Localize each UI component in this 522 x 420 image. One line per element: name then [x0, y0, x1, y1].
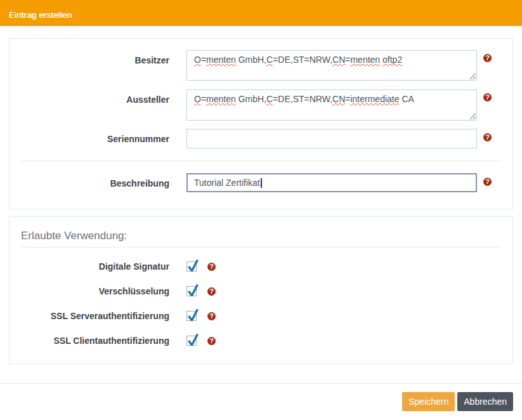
checkmark-icon: [187, 308, 199, 321]
beschreibung-help-icon[interactable]: ?: [483, 178, 492, 186]
ssl-server-checkbox[interactable]: [186, 311, 197, 321]
resize-handle-icon[interactable]: [469, 113, 476, 120]
resize-handle-icon[interactable]: [469, 73, 476, 80]
misspelled-word: menten: [350, 55, 380, 65]
besitzer-textarea[interactable]: O=menten GmbH,C=DE,ST=NRW,CN=menten oftp…: [186, 50, 477, 81]
text-caret: [261, 178, 262, 188]
verschluesselung-label: Verschlüsselung: [21, 284, 169, 299]
text-segment: GmbH,: [236, 55, 266, 65]
footer-divider: [0, 383, 522, 384]
form-row-aussteller: Aussteller O=menten GmbH,C=DE,ST=NRW,CN=…: [21, 89, 501, 121]
verschluesselung-checkbox[interactable]: [186, 286, 197, 296]
digitale-signatur-help-icon[interactable]: ?: [207, 263, 216, 271]
text-segment: =DE,ST=NRW,: [273, 55, 332, 65]
check-row-ssl-server: SSL Serverauthentifizierung ?: [21, 308, 501, 324]
page-title: Eintrag erstellen: [9, 11, 72, 20]
aussteller-help-icon[interactable]: ?: [483, 93, 492, 102]
page-header: Eintrag erstellen: [0, 0, 522, 26]
checkmark-icon: [187, 284, 199, 296]
ssl-client-checkbox[interactable]: [186, 336, 197, 346]
misspelled-word: menten: [206, 94, 236, 104]
seriennummer-help-icon[interactable]: ?: [483, 133, 492, 141]
checkmark-icon: [187, 259, 199, 272]
form-row-besitzer: Besitzer O=menten GmbH,C=DE,ST=NRW,CN=me…: [21, 50, 501, 81]
ssl-client-help-icon[interactable]: ?: [207, 337, 216, 345]
verschluesselung-help-icon[interactable]: ?: [207, 287, 216, 296]
form-divider: [21, 161, 501, 161]
form-row-beschreibung: Beschreibung Tutorial Zertifikat ?: [21, 173, 501, 192]
digitale-signatur-label: Digitale Signatur: [21, 259, 169, 274]
misspelled-word: intermediate: [350, 94, 399, 104]
text-segment: =: [201, 94, 206, 104]
aussteller-textarea[interactable]: O=menten GmbH,C=DE,ST=NRW,CN=intermediat…: [186, 89, 477, 121]
misspelled-word: oftp2: [382, 55, 402, 65]
save-button[interactable]: Speichern: [402, 392, 455, 411]
beschreibung-label: Beschreibung: [21, 173, 169, 188]
check-row-ssl-client: SSL Clientauthentifizierung ?: [21, 333, 501, 348]
misspelled-word: CN: [332, 55, 345, 65]
cancel-button[interactable]: Abbrechen: [457, 392, 513, 411]
form-row-seriennummer: Seriennummer ?: [21, 129, 501, 148]
usage-heading: Erlaubte Verwendung:: [21, 228, 501, 247]
beschreibung-value: Tutorial Zertifikat: [194, 178, 260, 188]
ssl-server-label: SSL Serverauthentifizierung: [21, 308, 169, 324]
besitzer-label: Besitzer: [21, 50, 169, 65]
text-segment: CA: [400, 94, 414, 104]
misspelled-word: O: [194, 94, 201, 104]
text-segment: GmbH,: [236, 94, 266, 104]
entry-form-card: Besitzer O=menten GmbH,C=DE,ST=NRW,CN=me…: [9, 38, 513, 209]
seriennummer-label: Seriennummer: [21, 129, 169, 144]
ssl-client-label: SSL Clientauthentifizierung: [21, 333, 169, 348]
usage-card: Erlaubte Verwendung: Digitale Signatur ?…: [9, 216, 513, 364]
seriennummer-input[interactable]: [186, 129, 477, 148]
checkmark-icon: [187, 333, 199, 346]
check-row-digitale-signatur: Digitale Signatur ?: [21, 259, 501, 274]
digitale-signatur-checkbox[interactable]: [186, 261, 197, 272]
text-segment: =DE,ST=NRW,: [273, 94, 332, 104]
text-segment: =: [201, 55, 206, 65]
action-buttons: Speichern Abbrechen: [402, 392, 513, 411]
besitzer-help-icon[interactable]: ?: [483, 54, 492, 62]
misspelled-word: O: [194, 55, 201, 65]
check-row-verschluesselung: Verschlüsselung ?: [21, 284, 501, 299]
beschreibung-input[interactable]: Tutorial Zertifikat: [186, 173, 477, 192]
misspelled-word: C: [266, 94, 273, 104]
aussteller-label: Aussteller: [21, 89, 169, 105]
misspelled-word: C: [266, 55, 273, 65]
ssl-server-help-icon[interactable]: ?: [207, 312, 216, 320]
misspelled-word: CN: [332, 94, 345, 104]
misspelled-word: menten: [206, 55, 236, 65]
